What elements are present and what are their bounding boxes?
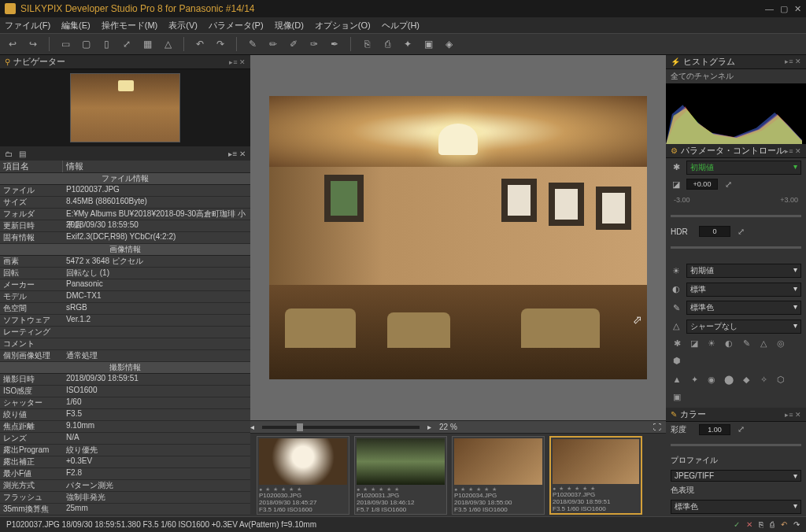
tool-layout3-icon[interactable]: ▯ <box>98 36 114 52</box>
thumbnail[interactable]: ● ★ ★ ★ ★ ★P1020030.JPG2018/09/30 18:45:… <box>257 436 349 515</box>
maximize-button[interactable]: ▢ <box>780 4 788 14</box>
info-section-image: 画像情報 <box>0 244 250 256</box>
tool-n-icon[interactable]: ✧ <box>757 375 770 387</box>
tool-f-icon[interactable]: △ <box>757 338 770 351</box>
tool-wand3-icon[interactable]: ✐ <box>286 36 301 52</box>
status-x-icon[interactable]: ✕ <box>746 520 752 529</box>
zoom-in-icon[interactable]: ▸ <box>427 423 431 431</box>
menu-parameter[interactable]: パラメータ(P) <box>209 20 264 31</box>
minimize-button[interactable]: — <box>765 4 774 14</box>
color-select[interactable]: 標準色▾ <box>686 301 801 315</box>
tab-info-icon[interactable]: ▤ <box>19 150 26 158</box>
tool-k-icon[interactable]: ◉ <box>705 375 718 387</box>
info-col-value: 情報 <box>63 161 83 172</box>
zoom-slider[interactable] <box>262 426 420 429</box>
preset-select[interactable]: 初期値▾ <box>686 161 801 175</box>
center-panel: ⬀ ◂ ▸ 22 % ⛶ ● ★ ★ ★ ★ ★P1020030.JPG2018… <box>250 55 666 516</box>
status-redo-icon[interactable]: ↷ <box>793 520 800 529</box>
tool-a-icon[interactable]: ✱ <box>671 338 683 351</box>
param-header: ⚙ パラメータ・コントロール ▸≡ ✕ <box>666 144 806 158</box>
info-row: 撮影日時2018/09/30 18:59:51 <box>0 374 250 386</box>
thumbnail[interactable]: ● ★ ★ ★ ★ ★P1020031.JPG2018/09/30 18:46:… <box>354 436 447 515</box>
zoom-out-icon[interactable]: ◂ <box>250 423 254 431</box>
tool-warning-icon[interactable]: △ <box>160 36 176 52</box>
tool-brush-icon[interactable]: ✦ <box>400 36 416 52</box>
menu-file[interactable]: ファイル(F) <box>5 20 50 31</box>
panel-collapse-icon[interactable]: ▸≡ ✕ <box>785 411 801 419</box>
ev-slider[interactable] <box>671 215 801 217</box>
tool-grid-icon[interactable]: ▦ <box>139 36 155 52</box>
tool-crop-icon[interactable]: ▣ <box>420 36 436 52</box>
status-clip-icon[interactable]: ⎘ <box>759 520 763 529</box>
panel-collapse-icon[interactable]: ▸≡ ✕ <box>785 147 801 155</box>
tool-copy-icon[interactable]: ⎘ <box>359 36 375 52</box>
tool-o-icon[interactable]: ⬡ <box>775 375 787 387</box>
tool-c-icon[interactable]: ☀ <box>705 338 718 351</box>
tool-wand1-icon[interactable]: ✎ <box>245 36 261 52</box>
hdr-reset-icon[interactable]: ⤢ <box>735 227 746 237</box>
close-button[interactable]: ✕ <box>794 4 801 14</box>
tool-forward-icon[interactable]: ↪ <box>25 36 41 52</box>
tool-p-icon[interactable]: ▣ <box>671 392 683 405</box>
ev-max: +3.00 <box>780 196 798 204</box>
menu-develop[interactable]: 現像(D) <box>275 20 304 31</box>
tool-h-icon[interactable]: ⬢ <box>671 356 683 368</box>
thumbnail[interactable]: ● ★ ★ ★ ★ ★P1020037.JPG2018/09/30 18:59:… <box>549 436 642 515</box>
info-col-key: 項目名 <box>0 161 63 172</box>
status-copy-icon[interactable]: ⎙ <box>770 520 775 529</box>
panel-collapse-icon[interactable]: ▸≡ ✕ <box>228 150 246 158</box>
tool-wand4-icon[interactable]: ✑ <box>306 36 322 52</box>
tool-layout1-icon[interactable]: ▭ <box>57 36 73 52</box>
tool-e-icon[interactable]: ✎ <box>740 338 752 351</box>
sharp-select[interactable]: シャープなし▾ <box>686 320 801 334</box>
tool-fit-icon[interactable]: ⤢ <box>119 36 135 52</box>
tool-layout2-icon[interactable]: ▢ <box>78 36 94 52</box>
zoom-fit-icon[interactable]: ⛶ <box>653 423 661 431</box>
panel-collapse-icon[interactable]: ▸≡ ✕ <box>785 57 801 65</box>
info-table[interactable]: ファイル情報 ファイルP1020037.JPGサイズ8.45MB (886016… <box>0 173 250 516</box>
tool-wand5-icon[interactable]: ✒ <box>327 36 342 52</box>
navigator-view[interactable] <box>0 69 250 146</box>
tool-paste-icon[interactable]: ⎙ <box>379 36 395 52</box>
saturation-value[interactable]: 1.00 <box>699 424 730 435</box>
navigator-thumbnail[interactable] <box>70 73 180 142</box>
status-undo-icon[interactable]: ↶ <box>781 520 787 529</box>
saturation-reset-icon[interactable]: ⤢ <box>735 424 746 434</box>
profile-select[interactable]: JPEG/TIFF▾ <box>671 470 801 482</box>
status-check-icon[interactable]: ✓ <box>734 520 740 529</box>
tool-d-icon[interactable]: ◐ <box>723 338 735 351</box>
tool-i-icon[interactable]: ▲ <box>671 375 683 387</box>
menu-mode[interactable]: 操作モード(M) <box>102 20 158 31</box>
wb-select[interactable]: 初期値▾ <box>686 264 801 278</box>
menu-edit[interactable]: 編集(E) <box>61 20 91 31</box>
tool-icons-row1: ✱ ◪ ☀ ◐ ✎ △ ◎ ⬢ <box>666 335 806 371</box>
colorrep-select[interactable]: 標準色▾ <box>671 500 801 514</box>
tab-folder-icon[interactable]: 🗀 <box>5 150 13 158</box>
hdr-slider[interactable] <box>671 246 801 249</box>
saturation-slider[interactable] <box>671 444 801 446</box>
ev-value[interactable]: +0.00 <box>686 179 718 190</box>
info-row: サイズ8.45MB (8860160Byte) <box>0 197 250 209</box>
tool-l-icon[interactable]: ⬤ <box>723 375 735 387</box>
histogram-channel[interactable]: 全てのチャンネル <box>666 69 806 83</box>
hdr-value[interactable]: 0 <box>699 226 730 237</box>
tool-undo-icon[interactable]: ↶ <box>192 36 208 52</box>
tool-back-icon[interactable]: ↩ <box>5 36 20 52</box>
tone-select[interactable]: 標準▾ <box>686 283 801 297</box>
menu-option[interactable]: オプション(O) <box>315 20 371 31</box>
tool-tag-icon[interactable]: ◈ <box>441 36 457 52</box>
preview-image[interactable] <box>269 96 647 379</box>
tool-j-icon[interactable]: ✦ <box>688 375 701 387</box>
menu-help[interactable]: ヘルプ(H) <box>382 20 420 31</box>
tool-b-icon[interactable]: ◪ <box>688 338 701 351</box>
thumbnail[interactable]: ● ★ ★ ★ ★ ★P1020034.JPG2018/09/30 18:55:… <box>452 436 545 515</box>
preview-area[interactable]: ⬀ <box>250 55 666 420</box>
panel-collapse-icon[interactable]: ▸≡ ✕ <box>229 58 246 66</box>
tool-redo-icon[interactable]: ↷ <box>213 36 228 52</box>
menu-view[interactable]: 表示(V) <box>168 20 198 31</box>
tool-wand2-icon[interactable]: ✏ <box>265 36 281 52</box>
info-row: 画素5472 x 3648 ピクセル <box>0 256 250 268</box>
tool-g-icon[interactable]: ◎ <box>775 338 787 351</box>
tool-m-icon[interactable]: ◆ <box>740 375 752 387</box>
ev-reset-icon[interactable]: ⤢ <box>723 179 734 190</box>
